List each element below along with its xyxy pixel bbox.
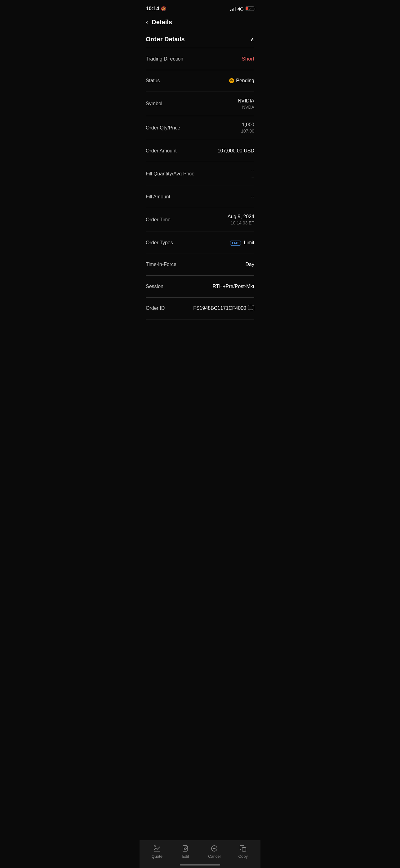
row-fill-amount: Fill Amount -- xyxy=(139,186,261,208)
lmt-badge: LMT xyxy=(230,241,241,246)
row-order-qty-price: Order Qty/Price 1,000 107.00 xyxy=(139,116,261,140)
label-fill-amount: Fill Amount xyxy=(146,194,170,199)
value-order-id: FS1948BC1171CF4000 xyxy=(193,306,246,311)
label-order-id: Order ID xyxy=(146,306,165,311)
label-symbol: Symbol xyxy=(146,101,162,106)
svg-rect-0 xyxy=(251,307,253,310)
value-time-in-force: Day xyxy=(245,262,254,267)
label-session: Session xyxy=(146,284,163,289)
battery: 7 xyxy=(245,6,254,11)
value-fill-amount: -- xyxy=(251,194,254,199)
pending-icon: ⏱ xyxy=(229,78,234,83)
section-header: Order Details ∧ xyxy=(139,31,261,48)
order-id-wrapper: FS1948BC1171CF4000 xyxy=(193,306,254,311)
value-symbol: NVIDIA NVDA xyxy=(238,98,254,110)
value-session: RTH+Pre/Post-Mkt xyxy=(213,284,254,289)
value-order-qty-price: 1,000 107.00 xyxy=(241,122,254,133)
row-order-time: Order Time Aug 9, 2024 10:14:03 ET xyxy=(139,208,261,231)
label-order-amount: Order Amount xyxy=(146,148,177,154)
label-order-time: Order Time xyxy=(146,217,171,223)
network-label: 4G xyxy=(237,6,244,11)
status-time: 10:14 🔕 xyxy=(146,6,166,12)
back-button[interactable]: ‹ xyxy=(146,19,148,26)
label-time-in-force: Time-in-Force xyxy=(146,262,176,267)
label-order-types: Order Types xyxy=(146,240,173,246)
status-right: 4G 7 xyxy=(230,6,254,11)
page-title: Details xyxy=(152,19,172,26)
value-order-types: LMT Limit xyxy=(230,240,254,246)
row-symbol: Symbol NVIDIA NVDA xyxy=(139,92,261,116)
collapse-icon[interactable]: ∧ xyxy=(250,36,254,43)
row-order-id: Order ID FS1948BC1171CF4000 xyxy=(139,298,261,319)
label-trading-direction: Trading Direction xyxy=(146,56,183,62)
signal-bars xyxy=(230,6,236,11)
value-order-amount: 107,000.00 USD xyxy=(218,148,254,154)
status-bar: 10:14 🔕 4G 7 xyxy=(139,0,261,16)
value-order-time: Aug 9, 2024 10:14:03 ET xyxy=(228,214,254,225)
value-status: Pending xyxy=(236,78,254,84)
row-fill-qty-price: Fill Quantity/Avg Price -- -- xyxy=(139,162,261,186)
row-order-types: Order Types LMT Limit xyxy=(139,232,261,254)
copy-order-id-button[interactable] xyxy=(249,306,254,311)
label-order-qty-price: Order Qty/Price xyxy=(146,125,180,131)
row-status: Status ⏱ Pending xyxy=(139,70,261,92)
value-trading-direction: Short xyxy=(241,56,254,62)
value-fill-qty-price: -- -- xyxy=(251,168,254,180)
row-trading-direction: Trading Direction Short xyxy=(139,48,261,70)
bell-icon: 🔕 xyxy=(161,6,166,11)
header: ‹ Details xyxy=(139,16,261,31)
row-time-in-force: Time-in-Force Day xyxy=(139,254,261,275)
row-order-amount: Order Amount 107,000.00 USD xyxy=(139,140,261,162)
label-status: Status xyxy=(146,78,160,84)
section-title: Order Details xyxy=(146,36,185,43)
label-fill-qty-price: Fill Quantity/Avg Price xyxy=(146,171,194,177)
row-session: Session RTH+Pre/Post-Mkt xyxy=(139,276,261,298)
status-value-wrapper: ⏱ Pending xyxy=(229,78,254,84)
content-area: Order Details ∧ Trading Direction Short … xyxy=(139,31,261,350)
